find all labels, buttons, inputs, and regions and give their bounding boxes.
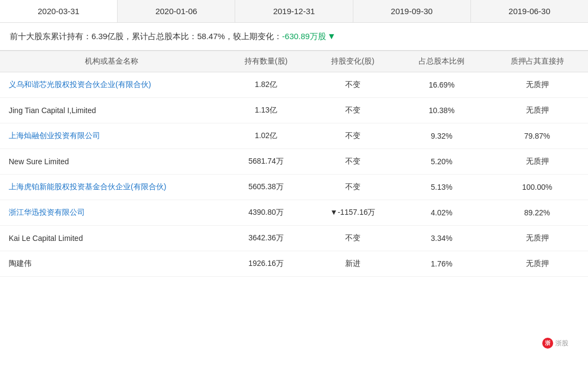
ratio-1: 10.38%: [397, 97, 486, 123]
shareholder-name-2[interactable]: 上海灿融创业投资有限公司: [0, 123, 223, 148]
shareholder-name-0[interactable]: 义乌和谐芯光股权投资合伙企业(有限合伙): [0, 72, 223, 97]
quantity-4: 5605.38万: [223, 174, 308, 200]
change-6: 不变: [309, 225, 397, 251]
pledge-5: 89.22%: [486, 200, 588, 225]
shareholder-name-4[interactable]: 上海虎铂新能股权投资基金合伙企业(有限合伙): [0, 174, 223, 200]
quantity-0: 1.82亿: [223, 72, 308, 97]
summary-ratio: 58.47%: [197, 32, 225, 41]
pledge-1: 无质押: [486, 97, 588, 123]
watermark: 浙 浙股: [539, 337, 572, 350]
date-tab-2020-03-31[interactable]: 2020-03-31: [0, 0, 118, 22]
shareholder-link-0[interactable]: 义乌和谐芯光股权投资合伙企业(有限合伙): [9, 80, 151, 89]
shareholder-name-3: New Sure Limited: [0, 148, 223, 174]
quantity-3: 5681.74万: [223, 148, 308, 174]
pledge-6: 无质押: [486, 225, 588, 251]
table-row: Jing Tian Capital I,Limited1.13亿不变10.38%…: [0, 97, 588, 123]
shareholder-link-5[interactable]: 浙江华迅投资有限公司: [9, 208, 85, 216]
shareholder-name-5[interactable]: 浙江华迅投资有限公司: [0, 200, 223, 225]
date-tab-2019-06-30[interactable]: 2019-06-30: [471, 0, 588, 22]
summary-text1: 前十大股东累计持有：: [10, 32, 91, 41]
date-tabs-container: 2020-03-312020-01-062019-12-312019-09-30…: [0, 0, 588, 23]
col-header-4: 质押占其直接持: [486, 51, 588, 72]
shareholder-name-1: Jing Tian Capital I,Limited: [0, 97, 223, 123]
watermark-logo: 浙: [542, 338, 553, 349]
change-0: 不变: [309, 72, 397, 97]
quantity-2: 1.02亿: [223, 123, 308, 148]
change-4: 不变: [309, 174, 397, 200]
pledge-2: 79.87%: [486, 123, 588, 148]
summary-text2: ，累计占总股本比：: [124, 32, 197, 41]
table-row: New Sure Limited5681.74万不变5.20%无质押: [0, 148, 588, 174]
ratio-4: 5.13%: [397, 174, 486, 200]
col-header-2: 持股变化(股): [309, 51, 397, 72]
col-header-3: 占总股本比例: [397, 51, 486, 72]
quantity-7: 1926.16万: [223, 251, 308, 276]
quantity-6: 3642.36万: [223, 225, 308, 251]
shareholder-link-4[interactable]: 上海虎铂新能股权投资基金合伙企业(有限合伙): [9, 182, 166, 191]
quantity-5: 4390.80万: [223, 200, 308, 225]
shareholder-name-7: 陶建伟: [0, 251, 223, 276]
table-row: Kai Le Capital Limited3642.36万不变3.34%无质押: [0, 225, 588, 251]
ratio-3: 5.20%: [397, 148, 486, 174]
ratio-0: 16.69%: [397, 72, 486, 97]
change-3: 不变: [309, 148, 397, 174]
ratio-2: 9.32%: [397, 123, 486, 148]
ratio-6: 3.34%: [397, 225, 486, 251]
date-tab-2019-12-31[interactable]: 2019-12-31: [235, 0, 353, 22]
change-5: ▼-1157.16万: [309, 200, 397, 225]
summary-shares: 6.39亿股: [91, 32, 124, 41]
table-row: 浙江华迅投资有限公司4390.80万▼-1157.16万4.02%89.22%: [0, 200, 588, 225]
date-tab-2020-01-06[interactable]: 2020-01-06: [118, 0, 235, 22]
change-7: 新进: [309, 251, 397, 276]
shareholder-name-6: Kai Le Capital Limited: [0, 225, 223, 251]
pledge-4: 100.00%: [486, 174, 588, 200]
down-arrow-icon: ▼: [327, 29, 336, 44]
date-tab-2019-09-30[interactable]: 2019-09-30: [353, 0, 471, 22]
shareholder-link-2[interactable]: 上海灿融创业投资有限公司: [9, 131, 100, 140]
shareholders-table: 机构或基金名称持有数量(股)持股变化(股)占总股本比例质押占其直接持 义乌和谐芯…: [0, 51, 588, 277]
watermark-text: 浙股: [555, 339, 568, 348]
pledge-0: 无质押: [486, 72, 588, 97]
ratio-5: 4.02%: [397, 200, 486, 225]
col-header-0: 机构或基金名称: [0, 51, 223, 72]
change-1: 不变: [309, 97, 397, 123]
summary-change: -630.89万股: [282, 32, 326, 41]
pledge-7: 无质押: [486, 251, 588, 276]
summary-bar: 前十大股东累计持有：6.39亿股，累计占总股本比：58.47%，较上期变化：-6…: [0, 23, 588, 51]
pledge-3: 无质押: [486, 148, 588, 174]
change-2: 不变: [309, 123, 397, 148]
summary-text3: ，较上期变化：: [225, 32, 282, 41]
ratio-7: 1.76%: [397, 251, 486, 276]
table-row: 义乌和谐芯光股权投资合伙企业(有限合伙)1.82亿不变16.69%无质押: [0, 72, 588, 97]
table-row: 上海灿融创业投资有限公司1.02亿不变9.32%79.87%: [0, 123, 588, 148]
table-row: 上海虎铂新能股权投资基金合伙企业(有限合伙)5605.38万不变5.13%100…: [0, 174, 588, 200]
quantity-1: 1.13亿: [223, 97, 308, 123]
table-row: 陶建伟1926.16万新进1.76%无质押: [0, 251, 588, 276]
col-header-1: 持有数量(股): [223, 51, 308, 72]
